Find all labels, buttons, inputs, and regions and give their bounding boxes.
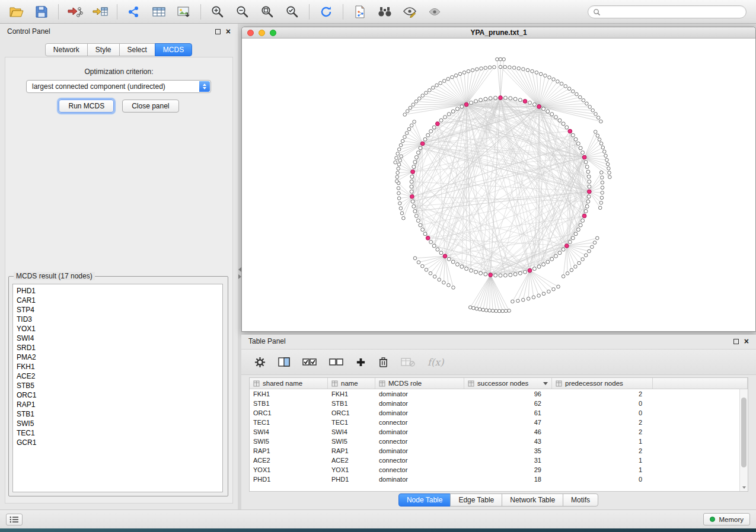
table-cell[interactable]: connector bbox=[375, 456, 464, 465]
tab-style[interactable]: Style bbox=[87, 43, 120, 56]
table-cell[interactable]: 2 bbox=[552, 418, 653, 427]
toggle-visibility-button[interactable] bbox=[424, 3, 445, 21]
window-minimize-button[interactable] bbox=[259, 30, 265, 36]
table-cell[interactable]: STB1 bbox=[328, 399, 375, 408]
table-cell[interactable]: dominator bbox=[375, 446, 464, 456]
export-image-button[interactable] bbox=[173, 3, 194, 21]
table-cell[interactable]: dominator bbox=[375, 427, 464, 437]
annotation-mode-button[interactable] bbox=[399, 3, 420, 21]
table-scrollbar[interactable] bbox=[739, 389, 748, 491]
mcds-result-item[interactable]: SWI5 bbox=[17, 419, 219, 428]
float-panel-icon[interactable] bbox=[215, 29, 221, 34]
search-field[interactable] bbox=[588, 5, 747, 18]
window-zoom-button[interactable] bbox=[270, 30, 276, 36]
mcds-result-item[interactable]: SRD1 bbox=[17, 343, 219, 352]
network-window-titlebar[interactable]: YPA_prune.txt_1 bbox=[242, 27, 755, 39]
column-header-predecessor-nodes[interactable]: predecessor nodes bbox=[552, 378, 653, 389]
table-cell[interactable]: RAP1 bbox=[250, 446, 328, 456]
task-history-button[interactable] bbox=[6, 514, 23, 525]
table-cell[interactable]: ACE2 bbox=[250, 456, 328, 465]
table-cell[interactable]: 47 bbox=[464, 418, 552, 427]
table-cell[interactable]: connector bbox=[375, 437, 464, 446]
mcds-result-item[interactable]: TEC1 bbox=[17, 428, 219, 438]
table-cell[interactable]: 62 bbox=[464, 399, 552, 408]
mcds-result-item[interactable]: PHD1 bbox=[17, 286, 219, 296]
table-cell[interactable]: ORC1 bbox=[328, 408, 375, 418]
table-cell[interactable]: ACE2 bbox=[328, 456, 375, 465]
table-cell[interactable]: PHD1 bbox=[328, 475, 375, 484]
window-close-button[interactable] bbox=[247, 30, 254, 36]
table-row[interactable]: FKH1FKH1dominator962 bbox=[250, 389, 748, 399]
table-cell[interactable]: TEC1 bbox=[328, 418, 375, 427]
table-cell[interactable]: ORC1 bbox=[250, 408, 328, 418]
table-row[interactable]: PHD1PHD1dominator180 bbox=[250, 475, 748, 484]
mcds-result-item[interactable]: STB1 bbox=[17, 409, 219, 419]
mcds-result-item[interactable]: STB5 bbox=[17, 381, 219, 390]
zoom-fit-button[interactable] bbox=[257, 3, 278, 21]
import-network-button[interactable] bbox=[65, 3, 86, 21]
table-row[interactable]: SWI4SWI4dominator462 bbox=[250, 427, 748, 437]
table-cell[interactable]: 1 bbox=[552, 456, 653, 465]
select-all-button[interactable] bbox=[302, 357, 317, 367]
tab-select[interactable]: Select bbox=[119, 43, 155, 56]
table-cell[interactable]: dominator bbox=[375, 475, 464, 484]
table-row[interactable]: TEC1TEC1connector472 bbox=[250, 418, 748, 427]
table-cell[interactable]: 31 bbox=[464, 456, 552, 465]
table-row[interactable]: ORC1ORC1dominator610 bbox=[250, 408, 748, 418]
tab-network-table[interactable]: Network Table bbox=[502, 493, 563, 507]
table-cell[interactable]: TEC1 bbox=[250, 418, 328, 427]
table-cell[interactable]: 29 bbox=[464, 465, 552, 475]
deselect-all-button[interactable] bbox=[329, 357, 343, 367]
mcds-result-item[interactable]: GCR1 bbox=[17, 438, 219, 447]
table-cell[interactable]: dominator bbox=[375, 408, 464, 418]
column-header-successor-nodes[interactable]: successor nodes bbox=[464, 378, 552, 389]
search-network-button[interactable] bbox=[374, 3, 395, 21]
add-column-button[interactable] bbox=[356, 357, 366, 367]
mcds-result-item[interactable]: TID3 bbox=[17, 315, 219, 324]
new-table-button[interactable] bbox=[148, 3, 170, 21]
column-header-shared-name[interactable]: shared name bbox=[250, 378, 328, 389]
table-cell[interactable]: 43 bbox=[464, 437, 552, 446]
table-cell[interactable]: 1 bbox=[552, 465, 653, 475]
refresh-button[interactable] bbox=[315, 3, 337, 21]
table-cell[interactable]: SWI4 bbox=[328, 427, 375, 437]
table-cell[interactable]: 18 bbox=[464, 475, 552, 484]
show-columns-button[interactable] bbox=[278, 357, 290, 367]
zoom-in-button[interactable] bbox=[207, 3, 228, 21]
mcds-result-item[interactable]: SWI4 bbox=[17, 334, 219, 343]
table-row[interactable]: SWI5SWI5connector431 bbox=[250, 437, 748, 446]
mcds-result-item[interactable]: RAP1 bbox=[17, 400, 219, 409]
delete-column-button[interactable] bbox=[378, 357, 388, 368]
share-document-button[interactable] bbox=[349, 3, 371, 21]
table-cell[interactable]: 2 bbox=[552, 389, 653, 399]
column-header-name[interactable]: name bbox=[328, 378, 375, 389]
table-cell[interactable]: 35 bbox=[464, 446, 552, 456]
mcds-result-list[interactable]: PHD1CAR1STP4TID3YOX1SWI4SRD1PMA2FKH1ACE2… bbox=[12, 284, 223, 492]
table-cell[interactable]: 46 bbox=[464, 427, 552, 437]
table-cell[interactable]: 0 bbox=[552, 408, 653, 418]
collapse-right-icon[interactable] bbox=[238, 274, 241, 279]
new-network-button[interactable] bbox=[123, 3, 145, 21]
mcds-result-item[interactable]: PMA2 bbox=[17, 352, 219, 362]
table-cell[interactable]: 61 bbox=[464, 408, 552, 418]
close-panel-icon[interactable]: × bbox=[744, 338, 749, 344]
table-cell[interactable]: 2 bbox=[552, 446, 653, 456]
table-cell[interactable]: SWI4 bbox=[250, 427, 328, 437]
table-cell[interactable]: RAP1 bbox=[328, 446, 375, 456]
table-cell[interactable]: dominator bbox=[375, 399, 464, 408]
table-cell[interactable]: YOX1 bbox=[250, 465, 328, 475]
close-panel-icon[interactable]: × bbox=[226, 28, 231, 34]
table-row[interactable]: RAP1RAP1dominator352 bbox=[250, 446, 748, 456]
collapse-left-icon[interactable] bbox=[238, 267, 241, 272]
table-cell[interactable]: SWI5 bbox=[328, 437, 375, 446]
table-cell[interactable]: 0 bbox=[552, 399, 653, 408]
column-header-mcds-role[interactable]: MCDS role bbox=[375, 378, 464, 389]
tab-node-table[interactable]: Node Table bbox=[398, 493, 451, 507]
mcds-result-item[interactable]: ORC1 bbox=[17, 390, 219, 400]
tab-network[interactable]: Network bbox=[45, 43, 88, 56]
mcds-result-item[interactable]: CAR1 bbox=[17, 296, 219, 305]
tab-edge-table[interactable]: Edge Table bbox=[450, 493, 502, 507]
zoom-selected-button[interactable] bbox=[282, 3, 303, 21]
close-panel-button[interactable]: Close panel bbox=[122, 100, 178, 113]
float-panel-icon[interactable] bbox=[733, 339, 739, 344]
